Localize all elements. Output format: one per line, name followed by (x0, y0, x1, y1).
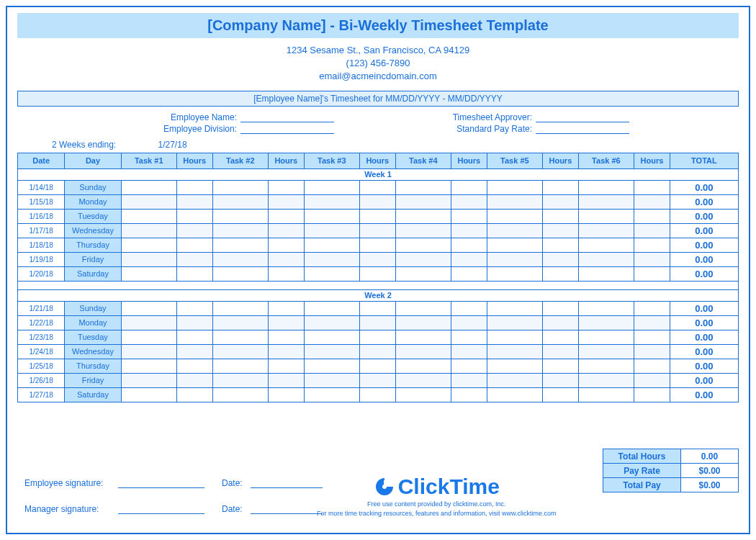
task-cell[interactable] (304, 223, 359, 238)
employee-name-field[interactable] (240, 112, 334, 122)
hours-cell[interactable] (268, 223, 304, 238)
task-cell[interactable] (578, 330, 634, 344)
task-cell[interactable] (487, 301, 542, 315)
task-cell[interactable] (212, 359, 268, 373)
hours-cell[interactable] (451, 180, 487, 194)
hours-cell[interactable] (268, 209, 304, 223)
task-cell[interactable] (121, 266, 176, 281)
task-cell[interactable] (395, 315, 451, 330)
hours-cell[interactable] (634, 209, 670, 223)
task-cell[interactable] (487, 359, 542, 373)
hours-cell[interactable] (359, 387, 395, 402)
hours-cell[interactable] (176, 359, 212, 373)
task-cell[interactable] (121, 194, 176, 209)
hours-cell[interactable] (451, 223, 487, 238)
hours-cell[interactable] (634, 359, 670, 373)
hours-cell[interactable] (451, 315, 487, 330)
hours-cell[interactable] (176, 315, 212, 330)
hours-cell[interactable] (359, 315, 395, 330)
hours-cell[interactable] (542, 223, 578, 238)
hours-cell[interactable] (176, 223, 212, 238)
task-cell[interactable] (121, 315, 176, 330)
task-cell[interactable] (395, 194, 451, 209)
hours-cell[interactable] (634, 266, 670, 281)
task-cell[interactable] (487, 344, 542, 359)
hours-cell[interactable] (451, 266, 487, 281)
task-cell[interactable] (395, 223, 451, 238)
standard-pay-rate-field[interactable] (536, 124, 629, 134)
task-cell[interactable] (304, 194, 359, 209)
hours-cell[interactable] (542, 330, 578, 344)
hours-cell[interactable] (542, 344, 578, 359)
task-cell[interactable] (578, 373, 634, 387)
hours-cell[interactable] (451, 209, 487, 223)
task-cell[interactable] (121, 252, 176, 266)
task-cell[interactable] (395, 252, 451, 266)
hours-cell[interactable] (268, 180, 304, 194)
hours-cell[interactable] (542, 359, 578, 373)
task-cell[interactable] (304, 315, 359, 330)
hours-cell[interactable] (359, 301, 395, 315)
task-cell[interactable] (212, 238, 268, 252)
task-cell[interactable] (212, 301, 268, 315)
task-cell[interactable] (487, 194, 542, 209)
task-cell[interactable] (578, 266, 634, 281)
hours-cell[interactable] (268, 252, 304, 266)
task-cell[interactable] (395, 387, 451, 402)
hours-cell[interactable] (359, 252, 395, 266)
task-cell[interactable] (212, 373, 268, 387)
hours-cell[interactable] (176, 238, 212, 252)
hours-cell[interactable] (359, 266, 395, 281)
hours-cell[interactable] (634, 194, 670, 209)
task-cell[interactable] (487, 252, 542, 266)
task-cell[interactable] (212, 387, 268, 402)
task-cell[interactable] (578, 209, 634, 223)
task-cell[interactable] (395, 359, 451, 373)
task-cell[interactable] (487, 209, 542, 223)
task-cell[interactable] (121, 209, 176, 223)
hours-cell[interactable] (634, 315, 670, 330)
task-cell[interactable] (395, 180, 451, 194)
task-cell[interactable] (121, 330, 176, 344)
task-cell[interactable] (121, 238, 176, 252)
task-cell[interactable] (487, 373, 542, 387)
task-cell[interactable] (121, 301, 176, 315)
hours-cell[interactable] (268, 330, 304, 344)
task-cell[interactable] (304, 252, 359, 266)
hours-cell[interactable] (634, 223, 670, 238)
hours-cell[interactable] (359, 330, 395, 344)
task-cell[interactable] (395, 373, 451, 387)
hours-cell[interactable] (268, 387, 304, 402)
task-cell[interactable] (395, 301, 451, 315)
task-cell[interactable] (121, 180, 176, 194)
task-cell[interactable] (212, 266, 268, 281)
hours-cell[interactable] (542, 209, 578, 223)
hours-cell[interactable] (451, 252, 487, 266)
hours-cell[interactable] (451, 387, 487, 402)
task-cell[interactable] (578, 344, 634, 359)
task-cell[interactable] (304, 373, 359, 387)
task-cell[interactable] (212, 223, 268, 238)
hours-cell[interactable] (268, 344, 304, 359)
hours-cell[interactable] (542, 252, 578, 266)
hours-cell[interactable] (542, 180, 578, 194)
hours-cell[interactable] (359, 238, 395, 252)
task-cell[interactable] (578, 387, 634, 402)
hours-cell[interactable] (359, 180, 395, 194)
task-cell[interactable] (487, 238, 542, 252)
hours-cell[interactable] (176, 209, 212, 223)
task-cell[interactable] (212, 344, 268, 359)
hours-cell[interactable] (268, 359, 304, 373)
task-cell[interactable] (121, 373, 176, 387)
task-cell[interactable] (487, 315, 542, 330)
hours-cell[interactable] (542, 194, 578, 209)
hours-cell[interactable] (451, 301, 487, 315)
task-cell[interactable] (578, 359, 634, 373)
hours-cell[interactable] (634, 373, 670, 387)
hours-cell[interactable] (359, 359, 395, 373)
hours-cell[interactable] (451, 330, 487, 344)
hours-cell[interactable] (451, 194, 487, 209)
task-cell[interactable] (304, 209, 359, 223)
task-cell[interactable] (487, 223, 542, 238)
task-cell[interactable] (121, 359, 176, 373)
